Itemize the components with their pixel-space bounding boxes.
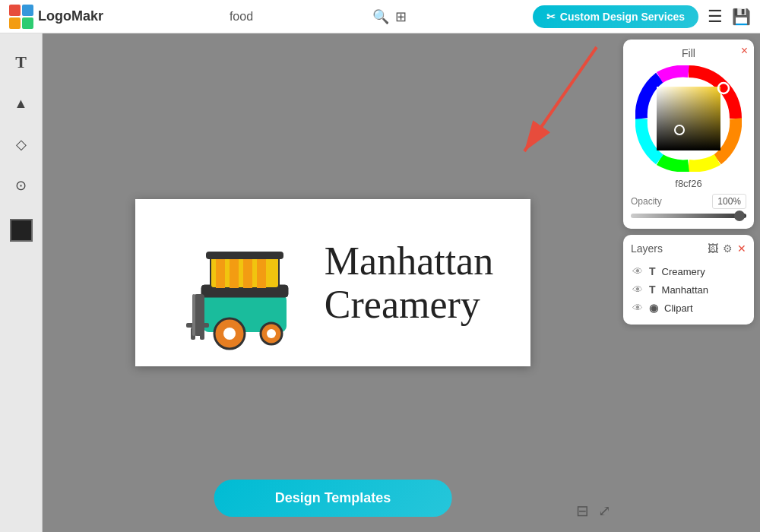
save-button[interactable]: 💾 xyxy=(732,8,751,26)
fill-panel: Fill × xyxy=(623,40,754,229)
layer-eye-icon[interactable]: 👁 xyxy=(632,302,643,314)
logomakr-icon xyxy=(9,5,33,29)
opacity-slider[interactable] xyxy=(631,214,746,218)
layer-name: Clipart xyxy=(664,302,693,314)
menu-button[interactable]: ☰ xyxy=(708,7,723,27)
fill-panel-title: Fill xyxy=(631,47,746,59)
svg-rect-14 xyxy=(257,256,266,288)
design-templates-button[interactable]: Design Templates xyxy=(214,480,452,517)
layers-icon[interactable]: ⊟ xyxy=(576,502,589,520)
layers-header: Layers 🖼 ⚙ ✕ xyxy=(631,242,746,255)
search-button[interactable]: 🔍 xyxy=(372,8,389,25)
search-area: 🔍 ⊞ xyxy=(112,8,524,25)
svg-rect-11 xyxy=(216,256,225,288)
bottom-right-icons: ⊟ ⤢ xyxy=(576,502,611,520)
layer-item-creamery[interactable]: 👁 T Creamery xyxy=(631,262,746,280)
shape-tool[interactable]: ▲ xyxy=(8,90,35,117)
layers-icons: 🖼 ⚙ ✕ xyxy=(708,242,746,255)
svg-point-6 xyxy=(223,328,236,340)
grid-button[interactable]: ⊞ xyxy=(395,8,407,25)
scissors-icon: ✂ xyxy=(546,11,556,23)
hex-value[interactable]: f8cf26 xyxy=(631,178,746,189)
clipart-icon xyxy=(173,211,309,355)
layer-type-icon: T xyxy=(649,283,656,296)
layers-settings-button[interactable]: ⚙ xyxy=(723,242,733,255)
creamery-text: Creamery xyxy=(325,283,480,326)
svg-rect-24 xyxy=(657,87,720,150)
svg-rect-13 xyxy=(243,256,252,288)
layers-add-button[interactable]: 🖼 xyxy=(708,242,718,255)
opacity-row: Opacity 100% xyxy=(631,194,746,209)
layer-eye-icon[interactable]: 👁 xyxy=(632,265,643,277)
layer-item-manhattan[interactable]: 👁 T Manhattan xyxy=(631,280,746,299)
layer-type-icon: ◉ xyxy=(649,302,658,314)
svg-rect-17 xyxy=(186,323,209,328)
opacity-label: Opacity xyxy=(631,196,662,207)
svg-rect-1 xyxy=(22,5,33,16)
svg-rect-15 xyxy=(206,252,283,259)
layer-item-clipart[interactable]: 👁 ◉ Clipart xyxy=(631,299,746,317)
history-tool[interactable]: ⊙ xyxy=(8,172,35,199)
svg-rect-3 xyxy=(22,17,33,29)
layer-name: Creamery xyxy=(662,266,705,277)
opacity-value: 100% xyxy=(712,194,746,209)
layers-title: Layers xyxy=(631,242,663,255)
right-panels: Fill × xyxy=(623,33,760,532)
logo-text: LogoMakr xyxy=(38,8,103,24)
search-input[interactable] xyxy=(230,10,366,24)
color-swatch[interactable] xyxy=(10,219,33,242)
color-wheel[interactable] xyxy=(631,65,746,172)
opacity-thumb[interactable] xyxy=(734,211,745,221)
logo-text-area: Manhattan Creamery xyxy=(325,239,493,326)
layer-eye-icon[interactable]: 👁 xyxy=(632,283,643,296)
text-tool[interactable]: T xyxy=(8,49,35,76)
left-sidebar: T ▲ ◇ ⊙ xyxy=(0,33,43,532)
layer-name: Manhattan xyxy=(662,284,708,296)
svg-rect-2 xyxy=(9,17,21,29)
layer-type-icon: T xyxy=(649,265,656,277)
svg-rect-19 xyxy=(200,328,204,340)
resize-icon[interactable]: ⤢ xyxy=(598,502,611,520)
fill-panel-close-button[interactable]: × xyxy=(741,44,748,58)
canvas-area: Manhattan Creamery Design Templates ⊟ ⤢ xyxy=(43,33,623,532)
manhattan-text: Manhattan xyxy=(325,239,493,283)
header: LogoMakr 🔍 ⊞ ✂ Custom Design Services ☰ … xyxy=(0,0,760,33)
svg-rect-0 xyxy=(9,5,21,16)
logo-canvas: Manhattan Creamery xyxy=(135,199,530,366)
main-area: T ▲ ◇ ⊙ xyxy=(0,33,760,532)
symbol-tool[interactable]: ◇ xyxy=(8,131,35,158)
svg-point-8 xyxy=(267,329,276,338)
layers-panel: Layers 🖼 ⚙ ✕ 👁 T Creamery 👁 T Manhattan … xyxy=(623,235,754,325)
custom-design-button[interactable]: ✂ Custom Design Services xyxy=(533,5,698,28)
svg-rect-12 xyxy=(230,256,239,288)
custom-design-label: Custom Design Services xyxy=(560,11,685,23)
logo-area: LogoMakr xyxy=(9,5,103,29)
svg-rect-20 xyxy=(192,294,195,336)
layers-close-button[interactable]: ✕ xyxy=(737,242,746,255)
